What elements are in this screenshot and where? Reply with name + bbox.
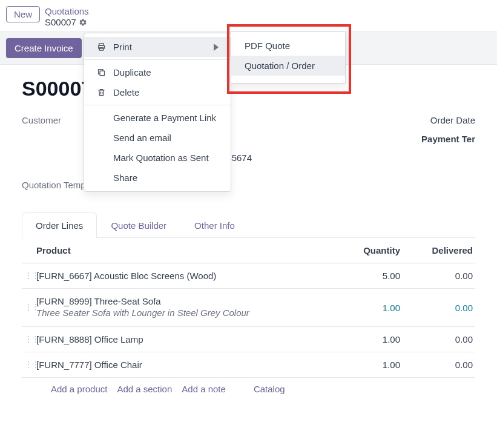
svg-rect-3 — [100, 71, 105, 76]
tab-quote-builder[interactable]: Quote Builder — [97, 212, 180, 238]
customer-label: Customer — [22, 115, 61, 125]
th-quantity: Quantity — [330, 245, 403, 255]
add-row: Add a product Add a section Add a note C… — [22, 378, 475, 394]
gear-icon[interactable] — [79, 18, 87, 27]
menu-delete[interactable]: Delete — [84, 82, 231, 102]
order-date-label: Order Date — [430, 115, 475, 125]
menu-mark-sent[interactable]: Mark Quotation as Sent — [84, 148, 231, 168]
menu-send-email-label: Send an email — [113, 133, 171, 143]
quantity-cell[interactable]: 1.00 — [330, 360, 403, 370]
table-row[interactable]: ⋮⋮[FURN_6667] Acoustic Bloc Screens (Woo… — [22, 263, 475, 289]
th-product: Product — [36, 245, 330, 255]
submenu-pdf-quote[interactable]: PDF Quote — [231, 36, 345, 56]
breadcrumb-current: S00007 — [45, 17, 89, 28]
menu-share-label: Share — [113, 173, 137, 183]
create-invoice-button[interactable]: Create Invoice — [6, 38, 82, 58]
gear-dropdown: Print Duplicate Delete Generate a Paymen… — [84, 33, 231, 192]
table-row[interactable]: ⋮⋮[FURN_8888] Office Lamp1.000.00 — [22, 327, 475, 352]
delivered-cell[interactable]: 0.00 — [403, 271, 475, 281]
quantity-cell[interactable]: 5.00 — [330, 271, 403, 281]
payment-terms-label: Payment Ter — [421, 134, 475, 144]
print-icon — [96, 42, 106, 51]
product-cell[interactable]: [FURN_7777] Office Chair — [36, 360, 330, 370]
breadcrumb-bar: New Quotations S00007 — [0, 0, 497, 31]
menu-duplicate-label: Duplicate — [113, 67, 151, 77]
breadcrumb-parent[interactable]: Quotations — [45, 6, 89, 17]
product-cell[interactable]: [FURN_6667] Acoustic Bloc Screens (Wood) — [36, 271, 330, 281]
trash-icon — [96, 88, 106, 97]
submenu-quotation-order[interactable]: Quotation / Order — [231, 56, 345, 76]
tab-other-info[interactable]: Other Info — [180, 212, 249, 238]
tab-order-lines[interactable]: Order Lines — [22, 212, 97, 238]
delivered-cell[interactable]: 0.00 — [403, 303, 475, 313]
chevron-right-icon — [214, 44, 219, 51]
menu-delete-label: Delete — [113, 87, 139, 97]
duplicate-icon — [96, 68, 106, 77]
table-header: Product Quantity Delivered — [22, 238, 475, 263]
drag-handle-icon[interactable]: ⋮⋮ — [22, 362, 36, 368]
new-button[interactable]: New — [6, 6, 40, 22]
quantity-cell[interactable]: 1.00 — [330, 334, 403, 344]
table-row[interactable]: ⋮⋮[FURN_7777] Office Chair1.000.00 — [22, 352, 475, 378]
drag-handle-icon[interactable]: ⋮⋮ — [22, 337, 36, 343]
breadcrumb-stack: Quotations S00007 — [45, 6, 89, 28]
tabs: Order Lines Quote Builder Other Info — [22, 212, 475, 238]
menu-print[interactable]: Print — [84, 37, 231, 57]
menu-share[interactable]: Share — [84, 168, 231, 188]
drag-handle-icon[interactable]: ⋮⋮ — [22, 273, 36, 279]
th-delivered: Delivered — [403, 245, 475, 255]
print-submenu: PDF Quote Quotation / Order — [231, 31, 346, 84]
phone-fragment: 345674 — [222, 153, 475, 163]
order-lines-table: Product Quantity Delivered ⋮⋮[FURN_6667]… — [22, 238, 475, 394]
catalog-link[interactable]: Catalog — [254, 384, 285, 394]
product-cell[interactable]: [FURN_8999] Three-Seat SofaThree Seater … — [36, 296, 330, 319]
menu-gen-payment-link-label: Generate a Payment Link — [113, 113, 216, 123]
menu-print-label: Print — [113, 42, 132, 52]
delivered-cell[interactable]: 0.00 — [403, 360, 475, 370]
add-product-link[interactable]: Add a product — [51, 384, 107, 394]
menu-mark-sent-label: Mark Quotation as Sent — [113, 153, 209, 163]
add-section-link[interactable]: Add a section — [117, 384, 172, 394]
menu-duplicate[interactable]: Duplicate — [84, 62, 231, 82]
quantity-cell[interactable]: 1.00 — [330, 303, 403, 313]
breadcrumb-current-text: S00007 — [45, 17, 76, 28]
product-cell[interactable]: [FURN_8888] Office Lamp — [36, 334, 330, 344]
table-row[interactable]: ⋮⋮[FURN_8999] Three-Seat SofaThree Seate… — [22, 289, 475, 327]
form-area: S00007 Customer Order Date Payment Ter 3… — [0, 65, 497, 394]
menu-gen-payment-link[interactable]: Generate a Payment Link — [84, 108, 231, 128]
delivered-cell[interactable]: 0.00 — [403, 334, 475, 344]
add-note-link[interactable]: Add a note — [182, 384, 226, 394]
drag-handle-icon[interactable]: ⋮⋮ — [22, 305, 36, 311]
menu-send-email[interactable]: Send an email — [84, 128, 231, 148]
